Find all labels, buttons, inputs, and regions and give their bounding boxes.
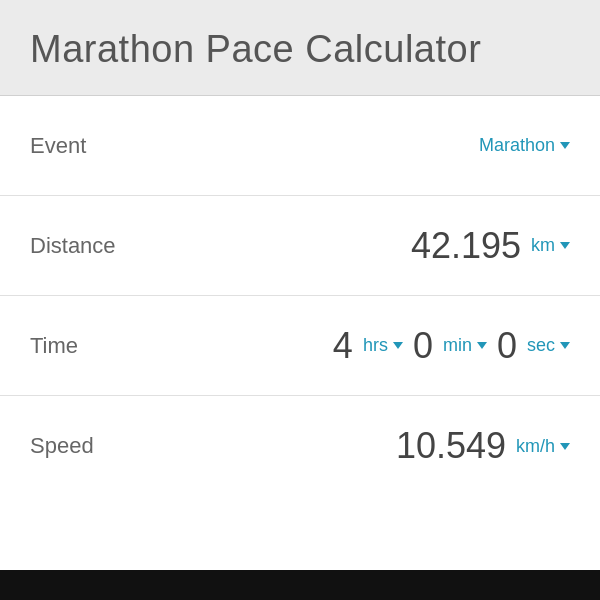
event-row: Event Marathon <box>0 96 600 196</box>
time-hours-unit-dropdown[interactable]: hrs <box>363 335 403 356</box>
time-seconds-unit: sec <box>527 335 555 356</box>
time-hours-unit: hrs <box>363 335 388 356</box>
time-row: Time 4 hrs 0 min 0 sec <box>0 296 600 396</box>
event-dropdown-arrow-icon <box>560 142 570 149</box>
distance-label: Distance <box>30 233 130 259</box>
time-minutes-dropdown-arrow-icon <box>477 342 487 349</box>
time-minutes-unit-dropdown[interactable]: min <box>443 335 487 356</box>
speed-label: Speed <box>30 433 130 459</box>
time-hours-value: 4 <box>333 325 353 367</box>
header: Marathon Pace Calculator <box>0 0 600 96</box>
distance-value-group: 42.195 km <box>411 225 570 267</box>
time-seconds-value: 0 <box>497 325 517 367</box>
distance-value: 42.195 <box>411 225 521 267</box>
event-value-group: Marathon <box>479 135 570 156</box>
speed-unit-dropdown[interactable]: km/h <box>516 436 570 457</box>
page-title: Marathon Pace Calculator <box>30 28 570 71</box>
time-seconds-dropdown-arrow-icon <box>560 342 570 349</box>
distance-unit: km <box>531 235 555 256</box>
time-value-group: 4 hrs 0 min 0 sec <box>333 325 570 367</box>
time-minutes-value: 0 <box>413 325 433 367</box>
event-dropdown[interactable]: Marathon <box>479 135 570 156</box>
time-minutes-unit: min <box>443 335 472 356</box>
time-seconds-unit-dropdown[interactable]: sec <box>527 335 570 356</box>
calculator-body: Event Marathon Distance 42.195 km Time 4… <box>0 96 600 570</box>
speed-value-group: 10.549 km/h <box>396 425 570 467</box>
speed-row: Speed 10.549 km/h <box>0 396 600 496</box>
event-value: Marathon <box>479 135 555 156</box>
speed-value: 10.549 <box>396 425 506 467</box>
distance-unit-dropdown-arrow-icon <box>560 242 570 249</box>
speed-unit: km/h <box>516 436 555 457</box>
distance-row: Distance 42.195 km <box>0 196 600 296</box>
distance-unit-dropdown[interactable]: km <box>531 235 570 256</box>
time-label: Time <box>30 333 130 359</box>
bottom-bar <box>0 570 600 600</box>
speed-unit-dropdown-arrow-icon <box>560 443 570 450</box>
time-hours-dropdown-arrow-icon <box>393 342 403 349</box>
event-label: Event <box>30 133 130 159</box>
